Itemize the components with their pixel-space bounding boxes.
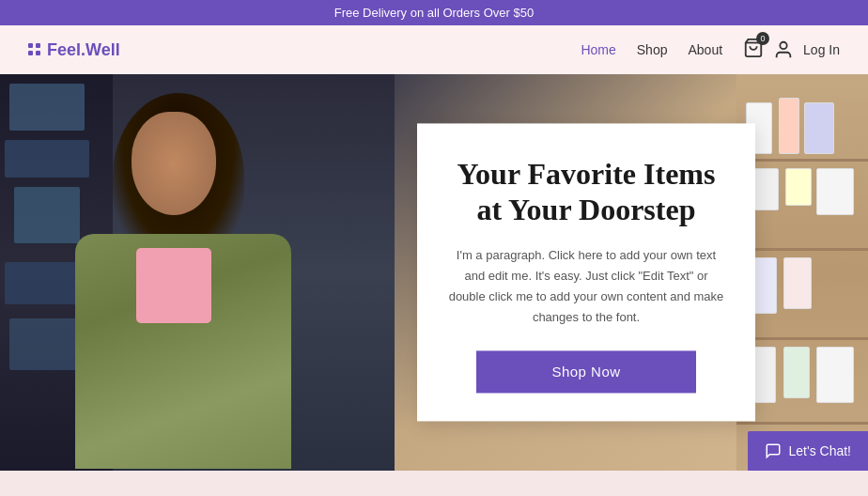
cart-badge: 0 — [756, 32, 769, 45]
login-label: Log In — [803, 42, 840, 57]
hero-title: Your Favorite Items at Your Doorstep — [445, 156, 727, 228]
right-shelf — [736, 74, 868, 471]
logo-text: Feel.Well — [47, 40, 120, 60]
logo-icon — [28, 43, 41, 56]
login-button[interactable]: Log In — [803, 42, 840, 57]
nav-icons: 0 Log In — [743, 38, 840, 62]
chat-icon — [765, 442, 782, 459]
logo[interactable]: Feel.Well — [28, 40, 120, 60]
shop-now-button[interactable]: Shop Now — [476, 351, 695, 394]
svg-point-1 — [780, 42, 786, 49]
user-icon — [773, 39, 794, 60]
hero-card: Your Favorite Items at Your Doorstep I'm… — [417, 123, 755, 421]
person-face — [132, 112, 216, 215]
header: Feel.Well Home Shop About 0 Log In — [0, 25, 868, 74]
announcement-text: Free Delivery on all Orders Over $50 — [334, 6, 534, 20]
nav-about[interactable]: About — [688, 42, 722, 57]
cart-button[interactable]: 0 — [743, 38, 764, 62]
chat-label: Let's Chat! — [789, 443, 852, 458]
hero-section: Your Favorite Items at Your Doorstep I'm… — [0, 74, 868, 471]
nav-home[interactable]: Home — [581, 42, 615, 57]
person-shirt — [136, 248, 211, 323]
announcement-bar: Free Delivery on all Orders Over $50 — [0, 0, 868, 25]
chat-button[interactable]: Let's Chat! — [748, 431, 869, 471]
hero-description: I'm a paragraph. Click here to add your … — [445, 245, 727, 328]
nav-shop[interactable]: Shop — [637, 42, 668, 57]
main-nav: Home Shop About 0 Log In — [581, 38, 840, 62]
